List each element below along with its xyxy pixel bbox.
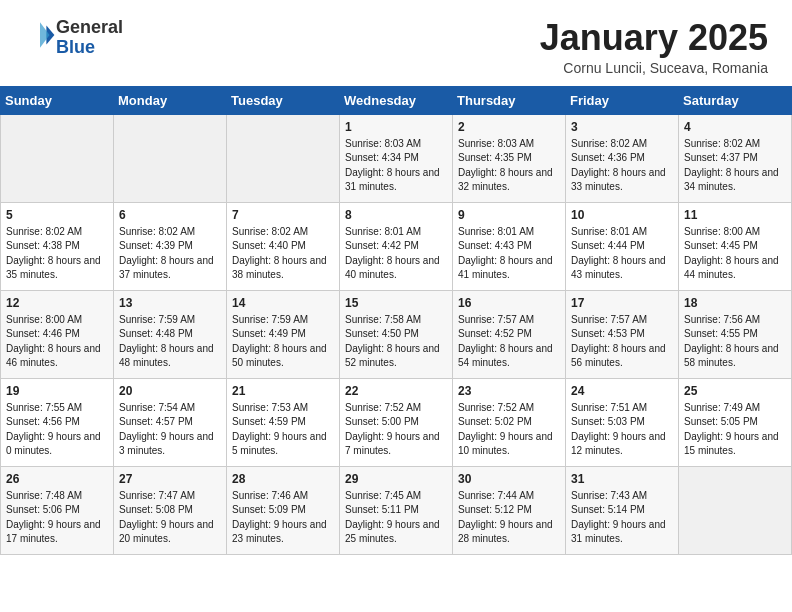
day-number: 12 — [6, 296, 108, 310]
day-cell: 1Sunrise: 8:03 AMSunset: 4:34 PMDaylight… — [340, 114, 453, 202]
day-cell: 4Sunrise: 8:02 AMSunset: 4:37 PMDaylight… — [679, 114, 792, 202]
day-number: 14 — [232, 296, 334, 310]
day-cell: 24Sunrise: 7:51 AMSunset: 5:03 PMDayligh… — [566, 378, 679, 466]
day-cell: 14Sunrise: 7:59 AMSunset: 4:49 PMDayligh… — [227, 290, 340, 378]
day-cell: 12Sunrise: 8:00 AMSunset: 4:46 PMDayligh… — [1, 290, 114, 378]
day-number: 28 — [232, 472, 334, 486]
month-title: January 2025 — [540, 18, 768, 58]
day-info: Sunrise: 8:00 AMSunset: 4:46 PMDaylight:… — [6, 313, 108, 371]
day-number: 16 — [458, 296, 560, 310]
day-info: Sunrise: 7:53 AMSunset: 4:59 PMDaylight:… — [232, 401, 334, 459]
day-info: Sunrise: 8:01 AMSunset: 4:44 PMDaylight:… — [571, 225, 673, 283]
logo-text: General Blue — [56, 18, 123, 58]
day-number: 7 — [232, 208, 334, 222]
day-info: Sunrise: 7:52 AMSunset: 5:02 PMDaylight:… — [458, 401, 560, 459]
day-cell: 30Sunrise: 7:44 AMSunset: 5:12 PMDayligh… — [453, 466, 566, 554]
day-info: Sunrise: 8:00 AMSunset: 4:45 PMDaylight:… — [684, 225, 786, 283]
day-cell: 29Sunrise: 7:45 AMSunset: 5:11 PMDayligh… — [340, 466, 453, 554]
weekday-header-monday: Monday — [114, 86, 227, 114]
weekday-header-sunday: Sunday — [1, 86, 114, 114]
logo-blue: Blue — [56, 37, 95, 57]
day-cell: 10Sunrise: 8:01 AMSunset: 4:44 PMDayligh… — [566, 202, 679, 290]
day-number: 20 — [119, 384, 221, 398]
day-number: 5 — [6, 208, 108, 222]
day-cell — [114, 114, 227, 202]
day-cell: 22Sunrise: 7:52 AMSunset: 5:00 PMDayligh… — [340, 378, 453, 466]
weekday-header-tuesday: Tuesday — [227, 86, 340, 114]
day-number: 22 — [345, 384, 447, 398]
weekday-header-wednesday: Wednesday — [340, 86, 453, 114]
day-info: Sunrise: 7:46 AMSunset: 5:09 PMDaylight:… — [232, 489, 334, 547]
day-number: 25 — [684, 384, 786, 398]
day-number: 30 — [458, 472, 560, 486]
day-cell: 13Sunrise: 7:59 AMSunset: 4:48 PMDayligh… — [114, 290, 227, 378]
day-number: 24 — [571, 384, 673, 398]
day-info: Sunrise: 8:03 AMSunset: 4:34 PMDaylight:… — [345, 137, 447, 195]
day-info: Sunrise: 7:57 AMSunset: 4:53 PMDaylight:… — [571, 313, 673, 371]
calendar: SundayMondayTuesdayWednesdayThursdayFrid… — [0, 86, 792, 555]
day-number: 15 — [345, 296, 447, 310]
weekday-header-row: SundayMondayTuesdayWednesdayThursdayFrid… — [1, 86, 792, 114]
title-block: January 2025 Cornu Luncii, Suceava, Roma… — [540, 18, 768, 76]
day-number: 1 — [345, 120, 447, 134]
day-number: 11 — [684, 208, 786, 222]
logo-icon — [24, 19, 56, 51]
week-row-3: 12Sunrise: 8:00 AMSunset: 4:46 PMDayligh… — [1, 290, 792, 378]
page-header: General Blue January 2025 Cornu Luncii, … — [0, 0, 792, 86]
day-cell: 20Sunrise: 7:54 AMSunset: 4:57 PMDayligh… — [114, 378, 227, 466]
day-info: Sunrise: 7:44 AMSunset: 5:12 PMDaylight:… — [458, 489, 560, 547]
day-info: Sunrise: 7:52 AMSunset: 5:00 PMDaylight:… — [345, 401, 447, 459]
weekday-header-friday: Friday — [566, 86, 679, 114]
day-info: Sunrise: 7:54 AMSunset: 4:57 PMDaylight:… — [119, 401, 221, 459]
week-row-4: 19Sunrise: 7:55 AMSunset: 4:56 PMDayligh… — [1, 378, 792, 466]
day-info: Sunrise: 8:02 AMSunset: 4:39 PMDaylight:… — [119, 225, 221, 283]
day-cell: 27Sunrise: 7:47 AMSunset: 5:08 PMDayligh… — [114, 466, 227, 554]
logo: General Blue — [24, 18, 123, 58]
day-cell: 26Sunrise: 7:48 AMSunset: 5:06 PMDayligh… — [1, 466, 114, 554]
day-cell: 5Sunrise: 8:02 AMSunset: 4:38 PMDaylight… — [1, 202, 114, 290]
day-cell: 16Sunrise: 7:57 AMSunset: 4:52 PMDayligh… — [453, 290, 566, 378]
day-info: Sunrise: 7:48 AMSunset: 5:06 PMDaylight:… — [6, 489, 108, 547]
day-cell: 2Sunrise: 8:03 AMSunset: 4:35 PMDaylight… — [453, 114, 566, 202]
day-cell: 23Sunrise: 7:52 AMSunset: 5:02 PMDayligh… — [453, 378, 566, 466]
day-info: Sunrise: 8:02 AMSunset: 4:38 PMDaylight:… — [6, 225, 108, 283]
day-info: Sunrise: 7:59 AMSunset: 4:48 PMDaylight:… — [119, 313, 221, 371]
weekday-header-thursday: Thursday — [453, 86, 566, 114]
day-number: 4 — [684, 120, 786, 134]
week-row-1: 1Sunrise: 8:03 AMSunset: 4:34 PMDaylight… — [1, 114, 792, 202]
day-cell: 6Sunrise: 8:02 AMSunset: 4:39 PMDaylight… — [114, 202, 227, 290]
day-info: Sunrise: 8:02 AMSunset: 4:36 PMDaylight:… — [571, 137, 673, 195]
day-number: 18 — [684, 296, 786, 310]
day-number: 17 — [571, 296, 673, 310]
day-cell: 19Sunrise: 7:55 AMSunset: 4:56 PMDayligh… — [1, 378, 114, 466]
day-number: 21 — [232, 384, 334, 398]
day-info: Sunrise: 8:01 AMSunset: 4:42 PMDaylight:… — [345, 225, 447, 283]
day-number: 26 — [6, 472, 108, 486]
day-cell: 9Sunrise: 8:01 AMSunset: 4:43 PMDaylight… — [453, 202, 566, 290]
day-info: Sunrise: 7:55 AMSunset: 4:56 PMDaylight:… — [6, 401, 108, 459]
day-cell: 3Sunrise: 8:02 AMSunset: 4:36 PMDaylight… — [566, 114, 679, 202]
day-info: Sunrise: 7:45 AMSunset: 5:11 PMDaylight:… — [345, 489, 447, 547]
day-cell — [679, 466, 792, 554]
day-cell: 11Sunrise: 8:00 AMSunset: 4:45 PMDayligh… — [679, 202, 792, 290]
day-number: 6 — [119, 208, 221, 222]
week-row-5: 26Sunrise: 7:48 AMSunset: 5:06 PMDayligh… — [1, 466, 792, 554]
day-number: 29 — [345, 472, 447, 486]
day-number: 2 — [458, 120, 560, 134]
day-number: 3 — [571, 120, 673, 134]
day-info: Sunrise: 7:49 AMSunset: 5:05 PMDaylight:… — [684, 401, 786, 459]
day-cell: 8Sunrise: 8:01 AMSunset: 4:42 PMDaylight… — [340, 202, 453, 290]
day-info: Sunrise: 8:01 AMSunset: 4:43 PMDaylight:… — [458, 225, 560, 283]
day-info: Sunrise: 7:56 AMSunset: 4:55 PMDaylight:… — [684, 313, 786, 371]
day-info: Sunrise: 8:03 AMSunset: 4:35 PMDaylight:… — [458, 137, 560, 195]
day-info: Sunrise: 7:57 AMSunset: 4:52 PMDaylight:… — [458, 313, 560, 371]
day-cell: 7Sunrise: 8:02 AMSunset: 4:40 PMDaylight… — [227, 202, 340, 290]
svg-marker-1 — [40, 22, 50, 48]
day-info: Sunrise: 7:43 AMSunset: 5:14 PMDaylight:… — [571, 489, 673, 547]
week-row-2: 5Sunrise: 8:02 AMSunset: 4:38 PMDaylight… — [1, 202, 792, 290]
day-cell: 31Sunrise: 7:43 AMSunset: 5:14 PMDayligh… — [566, 466, 679, 554]
day-number: 27 — [119, 472, 221, 486]
day-info: Sunrise: 7:51 AMSunset: 5:03 PMDaylight:… — [571, 401, 673, 459]
day-cell: 15Sunrise: 7:58 AMSunset: 4:50 PMDayligh… — [340, 290, 453, 378]
day-number: 8 — [345, 208, 447, 222]
